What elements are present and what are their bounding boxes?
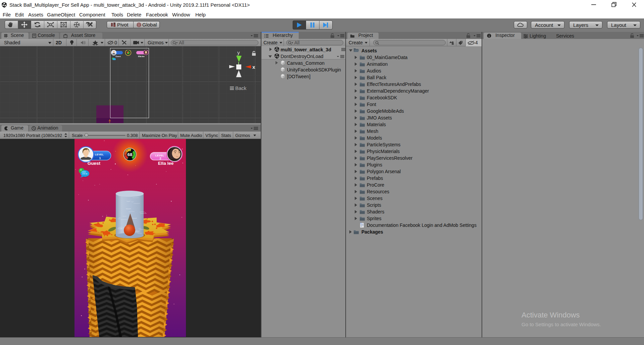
svg-text:2: 2 xyxy=(159,157,161,160)
svg-text:1: 1 xyxy=(99,156,101,160)
svg-text:Guest: Guest xyxy=(115,55,121,57)
svg-text:y: y xyxy=(237,50,240,55)
svg-text:LEVEL: LEVEL xyxy=(95,153,104,156)
svg-text:Guest: Guest xyxy=(88,161,101,166)
svg-text:x: x xyxy=(252,64,255,70)
svg-text:68: 68 xyxy=(127,152,133,157)
svg-text:Ella lee: Ella lee xyxy=(158,161,174,166)
svg-text:Ella lee: Ella lee xyxy=(138,55,145,57)
